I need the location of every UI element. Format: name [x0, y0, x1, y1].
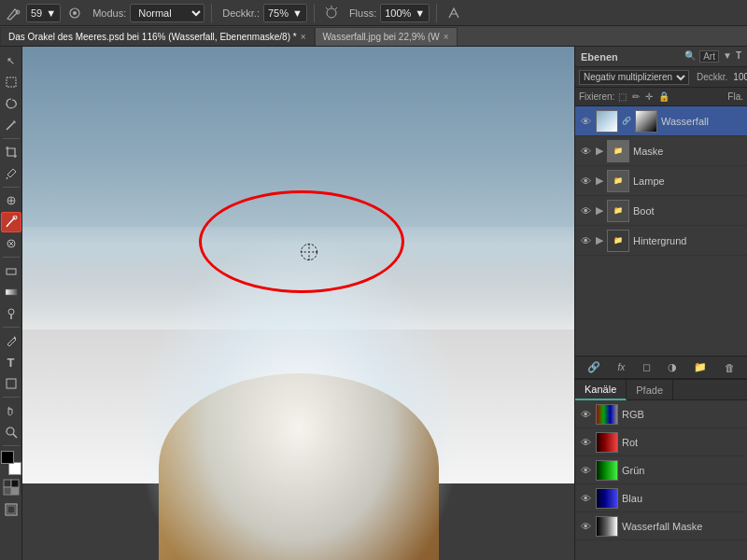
foreground-color-swatch[interactable]: [1, 451, 14, 464]
svg-point-2: [73, 11, 77, 15]
layer-mask-wasserfall: [635, 110, 657, 133]
opacity-box[interactable]: 75% ▼: [263, 4, 307, 22]
folder-icon[interactable]: 📁: [694, 361, 707, 373]
tab-kanaele[interactable]: Kanäle: [575, 380, 627, 400]
layer-eye-maske[interactable]: 👁: [579, 146, 592, 157]
flow-box[interactable]: 100% ▼: [380, 4, 430, 22]
layer-eye-lampe[interactable]: 👁: [579, 175, 592, 187]
svg-line-5: [335, 7, 337, 9]
lock-paint-icon[interactable]: ✏: [632, 91, 640, 102]
tool-screen-mode[interactable]: [1, 499, 21, 520]
tab-inactive[interactable]: Wasserfall.jpg bei 22,9% (W ×: [315, 27, 458, 46]
tool-zoom[interactable]: [1, 422, 21, 442]
channels-panel: Kanäle Pfade 👁 RGB 👁 Rot 👁: [575, 378, 747, 560]
tool-eyedropper[interactable]: [1, 163, 21, 184]
svg-line-12: [7, 177, 7, 179]
panel-expand-icon[interactable]: ▼: [723, 50, 732, 63]
tab-inactive-close[interactable]: ×: [444, 32, 449, 42]
svg-line-26: [13, 434, 17, 438]
flow-value: 100%: [385, 7, 411, 19]
layer-folder-boot: ▶: [596, 204, 603, 217]
tab-active[interactable]: Das Orakel des Meeres.psd bei 116% (Wass…: [0, 27, 315, 46]
layer-thumb-boot: 📁: [607, 200, 629, 222]
tool-separator-6: [3, 445, 20, 446]
delete-layer-icon[interactable]: 🗑: [725, 362, 735, 373]
channel-eye-rot[interactable]: 👁: [579, 437, 592, 448]
tool-pen[interactable]: [1, 330, 21, 351]
channel-eye-gruen[interactable]: 👁: [579, 465, 592, 476]
channel-name-rot: Rot: [622, 437, 638, 448]
tablet-pressure-icon[interactable]: [444, 3, 464, 23]
tool-eraser[interactable]: [1, 260, 21, 281]
opacity-value-display: 100%: [733, 72, 747, 82]
toolbar-separator-3: [436, 4, 437, 22]
channel-eye-blau[interactable]: 👁: [579, 493, 592, 504]
color-swatches[interactable]: [1, 451, 21, 475]
layer-eye-boot[interactable]: 👁: [579, 205, 592, 217]
layer-item-wasserfall[interactable]: 👁 🔗 Wasserfall: [575, 106, 747, 136]
canvas-area: [22, 47, 574, 560]
tool-crop[interactable]: [1, 142, 21, 162]
mode-select[interactable]: Normal: [130, 4, 204, 22]
tool-separator-2: [3, 187, 20, 188]
tool-dodge[interactable]: [1, 303, 21, 324]
tool-quick-mask[interactable]: [2, 478, 21, 498]
layer-folder-hintergrund: ▶: [596, 234, 603, 246]
airbrush-icon[interactable]: [321, 3, 342, 23]
tool-lasso[interactable]: [1, 93, 21, 114]
channel-item-gruen[interactable]: 👁 Grün: [575, 456, 747, 484]
layer-link-wasserfall[interactable]: 🔗: [622, 117, 631, 125]
panel-text-icon[interactable]: T: [736, 50, 741, 63]
adjustment-icon[interactable]: ◑: [668, 361, 677, 373]
tool-clone[interactable]: [1, 233, 21, 254]
brush-tool-icon: [4, 4, 22, 22]
layer-eye-hintergrund[interactable]: 👁: [579, 235, 592, 246]
panel-art-dropdown[interactable]: Art: [699, 50, 719, 63]
tool-marquee[interactable]: [1, 72, 21, 92]
opacity-label: Deckkr.: [697, 72, 727, 82]
tool-text[interactable]: T: [1, 352, 21, 372]
svg-line-9: [7, 122, 14, 130]
lock-icons: ⬚ ✏ ✛ 🔒: [618, 91, 669, 102]
lock-position-icon[interactable]: ✛: [645, 91, 653, 102]
channel-item-rot[interactable]: 👁 Rot: [575, 428, 747, 456]
layer-item-boot[interactable]: 👁 ▶ 📁 Boot: [575, 196, 747, 226]
tool-brush[interactable]: [1, 212, 21, 232]
layer-item-hintergrund[interactable]: 👁 ▶ 📁 Hintergrund: [575, 226, 747, 256]
flow-arrow: ▼: [415, 7, 425, 19]
add-mask-icon[interactable]: ◻: [642, 361, 651, 373]
svg-rect-32: [7, 506, 15, 513]
layer-item-maske[interactable]: 👁 ▶ 📁 Maske: [575, 136, 747, 166]
channel-eye-wasserfall-maske[interactable]: 👁: [579, 521, 592, 532]
lock-all-icon[interactable]: 🔒: [658, 91, 669, 102]
link-icon[interactable]: 🔗: [587, 361, 600, 373]
tab-pfade[interactable]: Pfade: [627, 380, 673, 400]
channel-item-wasserfall-maske[interactable]: 👁 Wasserfall Maske: [575, 512, 747, 540]
layer-thumb-maske: 📁: [607, 140, 629, 162]
channel-item-rgb[interactable]: 👁 RGB: [575, 400, 747, 428]
svg-rect-24: [7, 379, 16, 388]
layer-eye-wasserfall[interactable]: 👁: [579, 116, 592, 127]
channel-item-blau[interactable]: 👁 Blau: [575, 484, 747, 512]
channel-eye-rgb[interactable]: 👁: [579, 409, 592, 420]
toolbar-separator-1: [211, 4, 212, 22]
tool-magic-wand[interactable]: [1, 115, 21, 135]
tool-shape[interactable]: [1, 373, 21, 394]
layer-item-lampe[interactable]: 👁 ▶ 📁 Lampe: [575, 166, 747, 196]
tool-hand[interactable]: [1, 400, 21, 421]
water-splash: [135, 233, 462, 560]
tab-active-close[interactable]: ×: [301, 32, 306, 42]
tool-healing[interactable]: [1, 190, 21, 211]
brush-preset-icon[interactable]: [64, 3, 85, 23]
svg-point-16: [13, 216, 17, 219]
brush-size-box[interactable]: 59 ▼: [26, 4, 61, 22]
blend-mode-select[interactable]: Negativ multiplizieren: [579, 70, 689, 85]
background-color-swatch[interactable]: [8, 462, 21, 475]
tool-move[interactable]: ↖: [1, 50, 21, 71]
panel-search-icon[interactable]: 🔍: [684, 50, 696, 63]
layer-folder-lampe: ▶: [596, 175, 603, 187]
lock-transparent-icon[interactable]: ⬚: [618, 91, 627, 102]
fx-icon[interactable]: fx: [618, 362, 626, 372]
opacity-value: 75%: [268, 7, 289, 19]
tool-gradient[interactable]: [1, 282, 21, 302]
